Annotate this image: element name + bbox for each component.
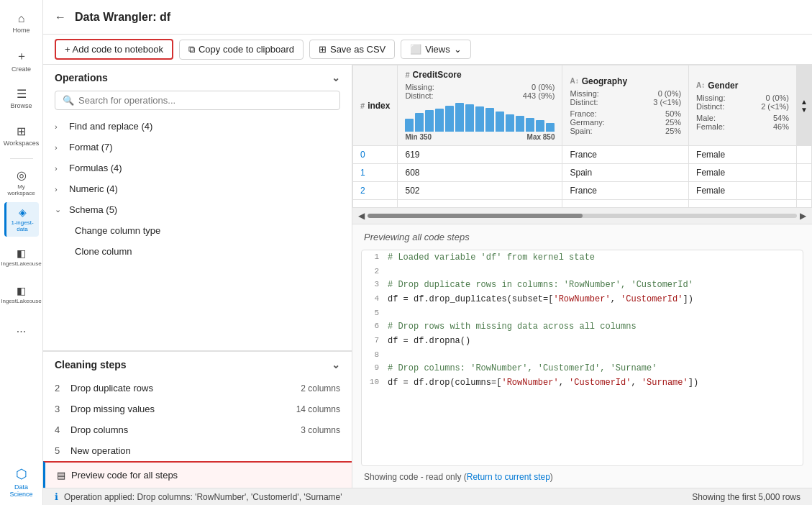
find-replace-expand-icon: ›: [55, 122, 63, 131]
schema-label: Schema (5): [69, 204, 117, 215]
code-content-2: [388, 265, 393, 268]
nav-home[interactable]: ⌂ Home: [4, 6, 39, 40]
col-header-credit-score[interactable]: # CreditScore Missing: 0 (0%) D: [398, 65, 562, 146]
return-to-step-link[interactable]: Return to current step: [467, 472, 550, 482]
main-toolbar: + Add code to notebook ⧉ Copy code to cl…: [43, 35, 812, 65]
gender-type-icon: A↕: [696, 81, 705, 89]
scroll-right-icon[interactable]: ▶: [800, 211, 806, 221]
formulas-expand-icon: ›: [55, 164, 63, 173]
index-col-label: index: [368, 101, 390, 111]
nav-browse-label: Browse: [10, 102, 32, 109]
code-section: Previewing all code steps 1 # Loaded var…: [352, 224, 812, 488]
nav-data-science[interactable]: ⬡ Data Science: [4, 465, 39, 499]
cleaning-steps-collapse-icon[interactable]: ⌄: [332, 359, 340, 370]
views-button[interactable]: ⬜ Views ⌄: [401, 40, 470, 59]
row-1-gender: Female: [689, 164, 797, 182]
ops-subitem-change-column-type[interactable]: Change column type: [43, 220, 352, 241]
search-input[interactable]: [78, 95, 332, 106]
row-2-geography: France: [562, 182, 689, 200]
female-label: Female:: [696, 122, 725, 131]
cleaning-step-drop-missing[interactable]: 3 Drop missing values 14 columns: [43, 399, 352, 419]
cleaning-step-drop-columns[interactable]: 4 Drop columns 3 columns: [43, 419, 352, 440]
germany-pct: 25%: [665, 118, 681, 127]
nav-workspaces[interactable]: ⊞ Workspaces: [4, 118, 39, 153]
status-rows-text: Showing the first 5,000 rows: [692, 492, 800, 502]
ops-item-formulas[interactable]: › Formulas (4): [43, 158, 352, 178]
nav-ingest-lakeouse1[interactable]: ◧ IngestLakeouse: [4, 240, 39, 274]
step-5-num: 5: [55, 445, 66, 456]
row-2-credit-score: 502: [398, 182, 562, 200]
col-header-index[interactable]: # index: [353, 65, 398, 146]
step-4-num: 4: [55, 424, 66, 435]
code-content-7: df = df.dropna(): [388, 335, 476, 347]
code-line-1: 1 # Loaded variable 'df' from kernel sta…: [362, 250, 803, 265]
ops-subitem-clone-column[interactable]: Clone column: [43, 241, 352, 262]
nav-my-workspace[interactable]: ◎ My workspace: [4, 165, 39, 199]
data-grid[interactable]: # index # CreditScore: [352, 65, 812, 224]
preview-code-button[interactable]: ▤ Preview code for all steps: [43, 461, 352, 488]
format-label: Format (7): [69, 142, 113, 153]
copy-icon: ⧉: [188, 44, 195, 55]
code-content-9: # Drop columns: 'RowNumber', 'CustomerId…: [388, 362, 662, 375]
code-line-6: 6 # Drop rows with missing data across a…: [362, 319, 803, 334]
code-content-1: # Loaded variable 'df' from kernel state: [388, 251, 601, 264]
credit-distinct-val: 443 (9%): [523, 91, 555, 100]
back-button[interactable]: ←: [55, 11, 66, 24]
bar-min-label: Min 350: [405, 133, 432, 141]
status-bar: ℹ Operation applied: Drop columns: 'RowN…: [43, 488, 812, 505]
nav-home-label: Home: [12, 27, 29, 34]
bar-14: [536, 120, 544, 132]
code-line-4: 4 df = df.drop_duplicates(subset=['RowNu…: [362, 292, 803, 306]
preview-label: Preview code for all steps: [71, 470, 178, 481]
ingest-data-icon: ◈: [19, 206, 27, 218]
nav-ingest-data[interactable]: ◈ 1-ingest-data: [4, 202, 39, 237]
footer-suffix: ): [550, 472, 553, 482]
germany-label: Germany:: [570, 118, 604, 127]
cleaning-steps-list: 2 Drop duplicate rows 2 columns 3 Drop m…: [43, 378, 352, 461]
cleaning-step-drop-duplicates[interactable]: 2 Drop duplicate rows 2 columns: [43, 378, 352, 399]
nav-create[interactable]: ＋ Create: [4, 43, 39, 78]
nav-ingest-lakeouse2[interactable]: ◧ IngestLakeouse: [4, 277, 39, 311]
code-line-2: 2: [362, 265, 803, 278]
scroll-up-icon[interactable]: ▲: [800, 98, 808, 106]
nav-ingest-lakeouse2-label: IngestLakeouse: [1, 298, 42, 304]
cleaning-step-new-operation[interactable]: 5 New operation: [43, 440, 352, 461]
numeric-label: Numeric (4): [69, 183, 118, 194]
code-line-5: 5: [362, 306, 803, 319]
copy-code-button[interactable]: ⧉ Copy code to clipboard: [179, 40, 304, 60]
horizontal-scrollbar[interactable]: [368, 214, 797, 218]
operations-search-box[interactable]: 🔍: [55, 91, 340, 110]
nav-browse[interactable]: ☰ Browse: [4, 81, 39, 115]
nav-more[interactable]: ···: [4, 314, 39, 349]
code-area[interactable]: 1 # Loaded variable 'df' from kernel sta…: [361, 250, 803, 466]
nav-create-label: Create: [12, 65, 31, 73]
geography-type-icon: A↕: [570, 77, 578, 85]
code-line-9: 9 # Drop columns: 'RowNumber', 'Customer…: [362, 361, 803, 376]
line-num-5: 5: [362, 307, 388, 319]
my-workspace-icon: ◎: [17, 168, 27, 182]
line-num-9: 9: [362, 362, 388, 373]
code-content-4: df = df.drop_duplicates(subset=['RowNumb…: [388, 293, 699, 306]
add-code-button[interactable]: + Add code to notebook: [55, 39, 173, 60]
scroll-down-icon[interactable]: ▼: [800, 106, 808, 114]
ops-item-numeric[interactable]: › Numeric (4): [43, 178, 352, 199]
ops-item-find-replace[interactable]: › Find and replace (4): [43, 116, 352, 137]
col-header-geography[interactable]: A↕ Geography Missing: 0 (0%) Di: [562, 65, 689, 146]
workspaces-icon: ⊞: [17, 124, 26, 138]
save-csv-button[interactable]: ⊞ Save as CSV: [309, 40, 395, 59]
operations-collapse-icon[interactable]: ⌄: [332, 72, 340, 83]
nav-ingest-data-label: 1-ingest-data: [6, 219, 39, 232]
col-header-gender[interactable]: A↕ Gender Missing: 0 (0%) Disti: [689, 65, 797, 146]
step-4-count: 3 columns: [301, 425, 340, 435]
bar-10: [496, 112, 504, 132]
gender-distribution: Male:54% Female:46%: [696, 114, 789, 131]
ops-item-schema[interactable]: ⌄ Schema (5): [43, 199, 352, 220]
scroll-left-icon[interactable]: ◀: [358, 211, 365, 221]
ops-item-format[interactable]: › Format (7): [43, 137, 352, 158]
gender-col-label: Gender: [708, 81, 738, 91]
code-line-8: 8: [362, 348, 803, 361]
credit-score-col-label: CreditScore: [413, 70, 462, 80]
row-partial-geo: [562, 200, 689, 208]
nav-workspaces-label: Workspaces: [4, 140, 39, 147]
bar-1: [405, 119, 414, 132]
